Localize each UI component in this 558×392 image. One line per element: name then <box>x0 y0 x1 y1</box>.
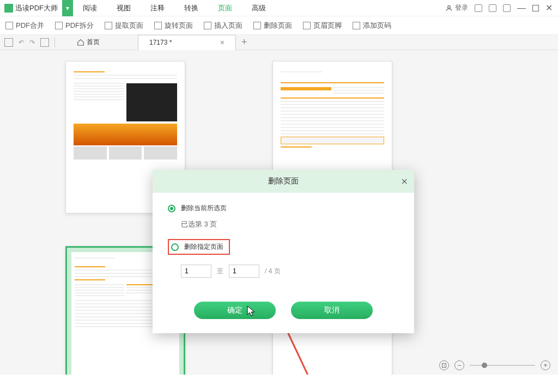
zoom-out-icon[interactable]: − <box>454 360 464 370</box>
tool-split[interactable]: PDF拆分 <box>55 21 94 30</box>
dialog-body: 删除当前所选页 已选第 3 页 删除指定页面 至 / 4 页 <box>153 193 414 296</box>
app-name: 迅读PDF大师 <box>15 3 58 13</box>
menu-advanced[interactable]: 高级 <box>242 0 276 16</box>
selected-info: 已选第 3 页 <box>181 219 399 229</box>
dialog-header: 删除页面 × <box>153 170 414 193</box>
insert-icon <box>204 22 211 29</box>
svg-point-0 <box>448 5 451 8</box>
settings-icon[interactable] <box>503 4 511 12</box>
tab-document[interactable]: 17173 * × <box>138 35 236 50</box>
headerfooter-icon <box>303 22 311 29</box>
user-icon <box>445 4 453 12</box>
total-pages: / 4 页 <box>265 267 281 276</box>
tool-insert[interactable]: 插入页面 <box>204 21 242 30</box>
quick-bar: ↶ ↷ 首页 17173 * × + <box>0 35 558 50</box>
radio-current-label: 删除当前所选页 <box>181 204 227 213</box>
menu-view[interactable]: 视图 <box>107 0 141 16</box>
rotate-icon <box>154 22 162 29</box>
title-right: 登录 — ✕ <box>445 3 558 13</box>
split-icon <box>55 22 63 29</box>
open-icon[interactable] <box>4 38 13 47</box>
menu-annotate[interactable]: 注释 <box>141 0 174 16</box>
tool-rotate[interactable]: 旋转页面 <box>154 21 193 30</box>
tool-extract[interactable]: 提取页面 <box>105 21 143 30</box>
dialog-title: 删除页面 <box>268 176 299 186</box>
save-icon[interactable] <box>40 38 49 47</box>
menu-page[interactable]: 页面 <box>208 0 242 16</box>
pagenum-icon <box>353 22 360 29</box>
app-logo: 迅读PDF大师 <box>0 3 62 13</box>
delete-icon <box>253 22 261 29</box>
cancel-button[interactable]: 取消 <box>291 302 373 319</box>
ribbon-toolbar: PDF合并 PDF拆分 提取页面 旋转页面 插入页面 删除页面 页眉页脚 添加页… <box>0 16 558 35</box>
radio-current[interactable] <box>168 205 175 212</box>
extract-icon <box>105 22 112 29</box>
menu-read[interactable]: 阅读 <box>73 0 107 16</box>
undo-icon[interactable]: ↶ <box>19 39 24 46</box>
close-button[interactable]: ✕ <box>545 3 553 13</box>
tab-title: 17173 * <box>149 39 172 46</box>
delete-page-dialog: 删除页面 × 删除当前所选页 已选第 3 页 删除指定页面 至 / 4 页 确定 <box>153 170 414 333</box>
ok-button[interactable]: 确定 <box>194 302 276 319</box>
home-button[interactable]: 首页 <box>77 38 100 47</box>
tool-delete[interactable]: 删除页面 <box>253 21 292 30</box>
menu-convert[interactable]: 转换 <box>174 0 208 16</box>
radio-range[interactable] <box>171 243 179 251</box>
tab-close-icon[interactable]: × <box>220 38 225 47</box>
feedback-icon[interactable] <box>475 4 482 12</box>
app-dropdown[interactable]: ▾ <box>62 0 73 16</box>
main-menu: 阅读 视图 注释 转换 页面 高级 <box>73 0 276 16</box>
title-bar: 迅读PDF大师 ▾ 阅读 视图 注释 转换 页面 高级 登录 — ✕ <box>0 0 558 16</box>
document-tabs: 17173 * × + <box>138 35 247 50</box>
redo-icon[interactable]: ↷ <box>29 39 35 46</box>
logo-icon <box>4 4 13 13</box>
tool-header-footer[interactable]: 页眉页脚 <box>303 21 342 30</box>
minimize-button[interactable]: — <box>517 3 526 13</box>
range-inputs: 至 / 4 页 <box>181 265 399 278</box>
home-icon <box>77 39 84 46</box>
skin-icon[interactable] <box>489 4 496 12</box>
tool-merge[interactable]: PDF合并 <box>5 21 44 30</box>
fit-icon[interactable]: ⊡ <box>439 360 449 370</box>
dialog-buttons: 确定 取消 <box>153 296 414 333</box>
radio-range-label: 删除指定页面 <box>184 242 223 252</box>
separator <box>54 38 55 47</box>
page-grid: 删除页面 × 删除当前所选页 已选第 3 页 删除指定页面 至 / 4 页 确定 <box>0 50 558 375</box>
range-to-label: 至 <box>217 267 223 276</box>
tool-page-number[interactable]: 添加页码 <box>353 21 391 30</box>
option-delete-range-highlight: 删除指定页面 <box>168 239 230 255</box>
zoom-slider[interactable] <box>470 365 535 366</box>
range-to-input[interactable] <box>229 265 259 278</box>
zoom-in-icon[interactable]: + <box>541 360 550 370</box>
merge-icon <box>5 22 13 29</box>
range-from-input[interactable] <box>181 265 211 278</box>
login-link[interactable]: 登录 <box>445 3 468 13</box>
maximize-button[interactable] <box>532 5 539 11</box>
new-tab-button[interactable]: + <box>241 36 247 48</box>
zoom-bar: ⊡ − + <box>439 360 550 370</box>
dialog-close-icon[interactable]: × <box>401 175 408 188</box>
option-delete-current[interactable]: 删除当前所选页 <box>168 204 399 213</box>
